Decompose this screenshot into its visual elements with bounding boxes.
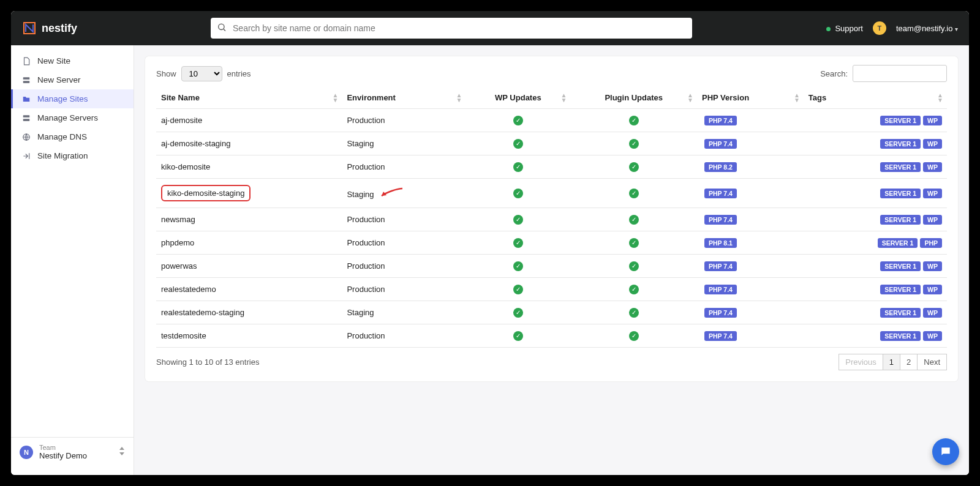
tag-badge: WP: [923, 215, 942, 225]
column-wp-updates[interactable]: WP Updates▲▼: [466, 87, 570, 109]
sidebar-item-new-server[interactable]: New Server: [11, 70, 134, 89]
chat-fab[interactable]: [932, 438, 959, 465]
column-label: Site Name: [161, 93, 200, 102]
tag-badge: SERVER 1: [880, 285, 921, 294]
svg-rect-3: [23, 81, 30, 83]
team-avatar: N: [20, 446, 33, 459]
sidebar-item-label: Manage DNS: [37, 132, 87, 141]
support-label: Support: [835, 24, 863, 33]
status-dot-icon: [826, 27, 831, 31]
svg-point-0: [219, 24, 224, 29]
env-label: Production: [347, 162, 385, 171]
annotation-arrow-icon: [379, 187, 404, 197]
site-link[interactable]: phpdemo: [161, 238, 194, 247]
sidebar-item-label: Site Migration: [37, 151, 88, 160]
table-row: powerwasProduction✓✓PHP 7.4SERVER 1WP: [156, 255, 947, 278]
sidebar-item-manage-servers[interactable]: Manage Servers: [11, 108, 134, 127]
chat-icon: [940, 446, 952, 458]
table-row: aj-demositeProduction✓✓PHP 7.4SERVER 1WP: [156, 109, 947, 132]
search-input[interactable]: [211, 18, 692, 39]
column-environment[interactable]: Environment▲▼: [342, 87, 466, 109]
tag-badge: WP: [923, 331, 942, 341]
column-label: PHP Version: [702, 93, 749, 102]
tag-badge: SERVER 1: [880, 139, 921, 149]
column-php-version[interactable]: PHP Version▲▼: [697, 87, 804, 109]
sidebar-item-manage-dns[interactable]: Manage DNS: [11, 127, 134, 146]
table-search-input[interactable]: [853, 65, 947, 82]
sort-icon: ▲▼: [561, 93, 567, 103]
check-icon: ✓: [629, 285, 639, 294]
column-plugin-updates[interactable]: Plugin Updates▲▼: [570, 87, 697, 109]
site-link[interactable]: testdemosite: [161, 331, 206, 340]
php-badge: PHP 7.4: [704, 285, 737, 294]
sidebar-item-new-site[interactable]: New Site: [11, 51, 134, 70]
check-icon: ✓: [629, 189, 639, 198]
column-site-name[interactable]: Site Name▲▼: [156, 87, 342, 109]
pager-next[interactable]: Next: [918, 354, 947, 370]
site-link[interactable]: realestatedemo: [161, 285, 216, 294]
table-row: kiko-demositeProduction✓✓PHP 8.2SERVER 1…: [156, 155, 947, 179]
sidebar-item-label: New Site: [37, 56, 70, 65]
sort-icon: [119, 447, 125, 457]
tag-badge: PHP: [920, 238, 942, 248]
tag-badge: WP: [923, 285, 942, 294]
sidebar-item-manage-sites[interactable]: Manage Sites: [11, 89, 134, 108]
server-icon: [21, 76, 31, 84]
tag-badge: WP: [923, 189, 942, 198]
user-menu[interactable]: team@nestify.io ▾: [896, 24, 958, 33]
php-badge: PHP 7.4: [704, 308, 737, 318]
table-row: kiko-demosite-stagingStaging✓✓PHP 7.4SER…: [156, 179, 947, 208]
svg-rect-4: [23, 115, 30, 118]
check-icon: ✓: [513, 308, 523, 318]
pager-previous: Previous: [839, 354, 883, 370]
check-icon: ✓: [629, 261, 639, 271]
site-link[interactable]: kiko-demosite-staging: [161, 185, 251, 201]
tag-badge: SERVER 1: [878, 238, 918, 248]
pager: Previous12Next: [839, 354, 947, 370]
site-link[interactable]: aj-demosite-staging: [161, 139, 230, 148]
brand-logo[interactable]: nestify: [22, 21, 77, 36]
sidebar-item-label: Manage Servers: [37, 113, 98, 122]
site-link[interactable]: aj-demosite: [161, 116, 202, 125]
env-label: Staging: [347, 190, 374, 199]
site-link[interactable]: realestatedemo-staging: [161, 308, 244, 317]
php-badge: PHP 7.4: [704, 215, 737, 225]
env-label: Production: [347, 261, 385, 271]
column-tags[interactable]: Tags▲▼: [804, 87, 947, 109]
sites-card: Show 10 entries Search: Site Name▲▼Envir…: [145, 56, 958, 381]
team-switcher[interactable]: N Team Nestify Demo: [11, 437, 134, 469]
tag-badge: WP: [923, 308, 942, 318]
svg-rect-2: [23, 77, 30, 79]
tag-badge: WP: [923, 116, 942, 125]
pager-page-2[interactable]: 2: [900, 354, 918, 370]
php-badge: PHP 7.4: [704, 189, 737, 198]
site-link[interactable]: kiko-demosite: [161, 162, 210, 171]
search-icon: [217, 23, 227, 34]
php-badge: PHP 7.4: [704, 116, 737, 125]
tag-badge: WP: [923, 261, 942, 271]
env-label: Staging: [347, 308, 374, 317]
check-icon: ✓: [513, 116, 523, 125]
pager-page-1[interactable]: 1: [883, 354, 900, 370]
site-link[interactable]: newsmag: [161, 215, 195, 224]
site-link[interactable]: powerwas: [161, 261, 197, 271]
check-icon: ✓: [629, 139, 639, 149]
content: Show 10 entries Search: Site Name▲▼Envir…: [134, 45, 969, 475]
migrate-icon: [21, 152, 31, 160]
php-badge: PHP 7.4: [704, 331, 737, 341]
tag-badge: SERVER 1: [880, 189, 921, 198]
globe-icon: [21, 133, 31, 141]
sort-icon: ▲▼: [794, 93, 800, 103]
avatar[interactable]: T: [873, 21, 886, 35]
table-row: phpdemoProduction✓✓PHP 8.1SERVER 1PHP: [156, 231, 947, 255]
sidebar-item-site-migration[interactable]: Site Migration: [11, 146, 134, 165]
table-row: aj-demosite-stagingStaging✓✓PHP 7.4SERVE…: [156, 132, 947, 155]
page-size-select[interactable]: 10: [181, 66, 222, 81]
support-link[interactable]: Support: [826, 24, 863, 33]
php-badge: PHP 8.2: [704, 162, 737, 172]
sidebar: New SiteNew ServerManage SitesManage Ser…: [11, 45, 134, 475]
env-label: Production: [347, 285, 385, 294]
check-icon: ✓: [629, 238, 639, 248]
logo-icon: [22, 21, 37, 36]
brand-name: nestify: [42, 22, 77, 35]
